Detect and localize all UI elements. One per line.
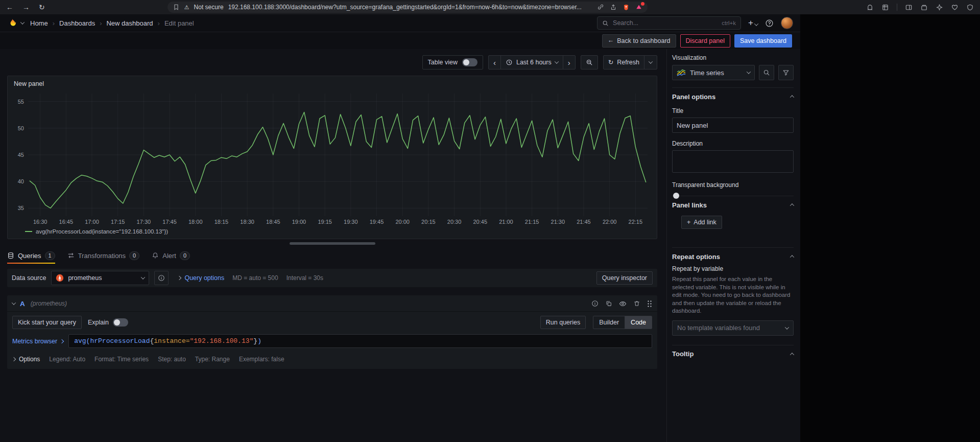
duplicate-query-icon[interactable] (605, 300, 612, 307)
chevron-right-icon (12, 357, 16, 361)
query-options-toggle[interactable]: Query options (178, 274, 224, 282)
time-range-picker[interactable]: Last 6 hours (500, 55, 563, 69)
datasource-help-button[interactable] (154, 271, 169, 285)
delete-query-trash-icon[interactable] (633, 300, 640, 307)
browser-back-icon[interactable]: ← (6, 4, 13, 11)
time-range-controls: ‹ Last 6 hours › (488, 55, 576, 69)
builder-mode-option[interactable]: Builder (593, 316, 625, 329)
search-icon (763, 69, 770, 76)
panel-title-input[interactable] (672, 118, 794, 133)
nav-menu-chevron-icon[interactable] (20, 20, 25, 24)
nav-right: ctrl+k + (597, 16, 793, 30)
search-input[interactable] (613, 19, 718, 27)
query-ref-id[interactable]: A (20, 300, 25, 308)
metrics-browser-toggle[interactable]: Metrics browser (12, 338, 63, 345)
grafana-logo-icon[interactable] (7, 18, 17, 28)
tab-transformations[interactable]: Transformations 0 (67, 247, 140, 264)
help-icon[interactable] (765, 19, 774, 28)
breadcrumb-home[interactable]: Home (30, 19, 48, 27)
repeat-variable-select[interactable]: No template variables found (672, 320, 794, 336)
description-textarea[interactable] (672, 150, 794, 173)
timeseries-chart[interactable]: 354045505516:3016:4517:0017:1517:3017:45… (13, 90, 652, 226)
favorites-heart-icon[interactable] (951, 4, 959, 11)
panel-options-header[interactable]: Panel options (672, 88, 794, 105)
options-filter-button[interactable] (778, 65, 794, 80)
add-new-button[interactable]: + (748, 18, 758, 28)
panel-options-pane: Visualization Time series (666, 49, 800, 442)
alert-count-badge: 0 (180, 251, 190, 260)
tooltip-header[interactable]: Tooltip (672, 345, 794, 363)
not-secure-warning-icon[interactable]: ⚠ (184, 4, 189, 11)
refresh-interval-dropdown[interactable] (644, 55, 657, 69)
back-to-dashboard-button[interactable]: ← Back to dashboard (602, 34, 676, 48)
link-icon[interactable] (597, 4, 604, 11)
time-range-label: Last 6 hours (516, 59, 552, 66)
zoom-out-time-button[interactable] (581, 55, 598, 69)
security-label[interactable]: Not secure (194, 4, 224, 11)
time-shift-forward-button[interactable]: › (563, 55, 576, 69)
visualization-search-button[interactable] (759, 65, 774, 80)
options-collapse-toggle[interactable]: Options (12, 356, 40, 363)
tab-alert[interactable]: Alert 0 (152, 247, 190, 264)
collapse-query-chevron-icon[interactable] (12, 300, 16, 305)
svg-text:35: 35 (18, 205, 24, 211)
panel-links-header[interactable]: Panel links (672, 196, 794, 214)
url-text[interactable]: 192.168.100.188:3000/dashboard/new?utm_s… (228, 4, 592, 11)
brave-shield-icon[interactable] (623, 4, 630, 11)
split-resize-handle[interactable] (290, 242, 375, 245)
sparkle-icon[interactable] (936, 4, 943, 11)
discard-panel-button[interactable]: Discard panel (680, 34, 730, 48)
query-options-label: Query options (184, 274, 224, 282)
breadcrumb-separator-icon: › (53, 19, 55, 27)
svg-text:18:30: 18:30 (240, 219, 254, 225)
svg-text:21:00: 21:00 (499, 219, 513, 225)
drag-handle-icon[interactable] (647, 300, 652, 307)
svg-text:45: 45 (18, 152, 24, 158)
shield-icon[interactable] (966, 4, 974, 11)
timeseries-viz-icon (677, 69, 686, 76)
visualization-value: Time series (690, 69, 724, 77)
user-avatar[interactable] (781, 17, 793, 29)
collections-icon[interactable] (920, 4, 928, 11)
grid-icon[interactable] (881, 4, 889, 11)
code-mode-option[interactable]: Code (625, 316, 652, 329)
panel-view-controls: Table view ‹ Last 6 hours (7, 55, 657, 69)
browser-reload-icon[interactable]: ↻ (39, 4, 45, 11)
query-inspector-button[interactable]: Query inspector (596, 271, 653, 285)
legend-series-label[interactable]: avg(hrProcessorLoad{instance="192.168.10… (36, 228, 168, 235)
chevron-down-icon (649, 59, 653, 63)
table-view-toggle[interactable] (462, 58, 477, 66)
share-icon[interactable] (610, 4, 617, 11)
bookmark-icon[interactable] (173, 4, 180, 11)
panel-links-section: Panel links + Add link (672, 196, 794, 240)
breadcrumb-new-dashboard[interactable]: New dashboard (106, 19, 153, 27)
visualization-picker[interactable]: Time series (672, 65, 755, 80)
chevron-up-icon (790, 95, 794, 99)
search-box[interactable]: ctrl+k (597, 16, 741, 30)
refresh-button[interactable]: ↻ Refresh (603, 55, 644, 69)
add-link-button[interactable]: + Add link (681, 216, 722, 229)
max-data-points-summary: MD = auto = 500 (232, 274, 278, 282)
hide-response-eye-icon[interactable] (619, 300, 627, 308)
run-queries-button[interactable]: Run queries (540, 316, 586, 329)
save-dashboard-button[interactable]: Save dashboard (734, 34, 792, 48)
repeat-options-header[interactable]: Repeat options (672, 248, 794, 265)
breadcrumb-separator-icon: › (100, 19, 102, 27)
tab-queries[interactable]: Queries 1 (7, 247, 55, 264)
side-panel-icon[interactable] (905, 4, 913, 11)
legend-option-summary: Legend: Auto (49, 356, 85, 363)
breadcrumb-dashboards[interactable]: Dashboards (59, 19, 95, 27)
time-shift-back-button[interactable]: ‹ (488, 55, 501, 69)
chevron-up-icon (790, 353, 794, 357)
promql-expression-input[interactable]: avg(hrProcessorLoad{instance="192.168.10… (68, 334, 652, 348)
panel-options-section: Panel options Title Description Tra (672, 87, 794, 189)
address-bar[interactable]: ⚠ Not secure 192.168.100.188:3000/dashbo… (168, 2, 648, 13)
browser-forward-icon[interactable]: → (22, 4, 30, 11)
explain-toggle[interactable] (113, 318, 128, 327)
kick-start-query-button[interactable]: Kick start your query (12, 316, 82, 329)
info-icon[interactable] (591, 300, 599, 307)
extension-ghost-icon[interactable] (866, 4, 874, 11)
screen: ← → ↻ ⚠ Not secure 192.168.100.188:3000/… (0, 0, 980, 442)
rewards-icon[interactable] (635, 4, 642, 11)
datasource-picker[interactable]: prometheus (51, 271, 149, 285)
